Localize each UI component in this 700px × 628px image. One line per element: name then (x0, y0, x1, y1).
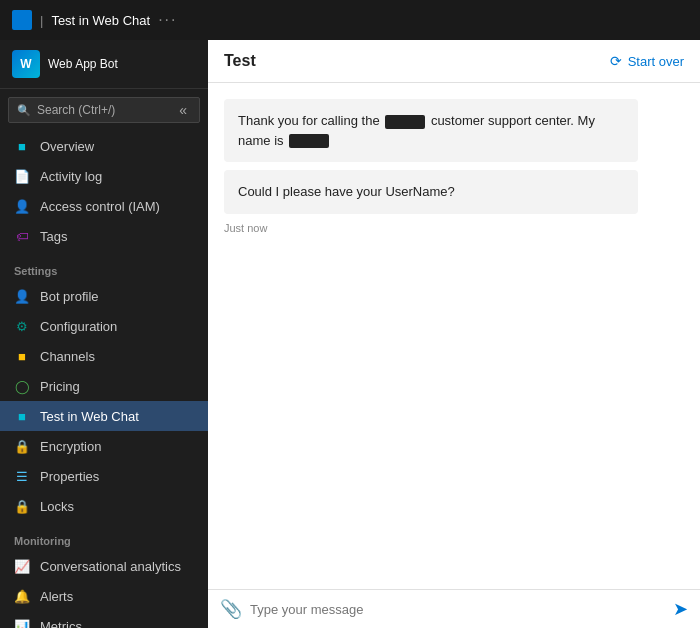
analytics-label: Conversational analytics (40, 559, 181, 574)
locks-label: Locks (40, 499, 74, 514)
properties-icon: ☰ (14, 468, 30, 484)
configuration-icon: ⚙ (14, 318, 30, 334)
chat-header: Test ⟳ Start over (208, 40, 700, 83)
encryption-label: Encryption (40, 439, 101, 454)
title-separator: | (40, 13, 43, 28)
analytics-icon: 📈 (14, 558, 30, 574)
bot-profile-icon: 👤 (14, 288, 30, 304)
sidebar-item-tags[interactable]: 🏷 Tags (0, 221, 208, 251)
start-over-button[interactable]: ⟳ Start over (610, 53, 684, 69)
sidebar-item-access-control[interactable]: 👤 Access control (IAM) (0, 191, 208, 221)
app-name-label: Web App Bot (48, 57, 118, 71)
app-window-icon (12, 10, 32, 30)
test-web-chat-label: Test in Web Chat (40, 409, 139, 424)
sidebar-item-pricing[interactable]: ◯ Pricing (0, 371, 208, 401)
locks-icon: 🔒 (14, 498, 30, 514)
message-bubble-1: Thank you for calling the customer suppo… (224, 99, 638, 162)
sidebar: W Web App Bot 🔍 Search (Ctrl+/) « ■ Over… (0, 40, 208, 628)
sidebar-item-properties[interactable]: ☰ Properties (0, 461, 208, 491)
sidebar-item-conversational-analytics[interactable]: 📈 Conversational analytics (0, 551, 208, 581)
pricing-label: Pricing (40, 379, 80, 394)
chat-messages: Thank you for calling the customer suppo… (208, 83, 700, 589)
tags-label: Tags (40, 229, 67, 244)
monitoring-section-label: Monitoring (0, 521, 208, 551)
chat-area: Test ⟳ Start over Thank you for calling … (208, 40, 700, 628)
sidebar-item-encryption[interactable]: 🔒 Encryption (0, 431, 208, 461)
sidebar-item-bot-profile[interactable]: 👤 Bot profile (0, 281, 208, 311)
access-control-label: Access control (IAM) (40, 199, 160, 214)
properties-label: Properties (40, 469, 99, 484)
channels-icon: ■ (14, 348, 30, 364)
encryption-icon: 🔒 (14, 438, 30, 454)
sidebar-item-activity-log[interactable]: 📄 Activity log (0, 161, 208, 191)
message-bubble-2: Could I please have your UserName? (224, 170, 638, 214)
attach-button[interactable]: 📎 (220, 598, 242, 620)
message-timestamp: Just now (224, 222, 684, 234)
access-control-icon: 👤 (14, 198, 30, 214)
sidebar-item-channels[interactable]: ■ Channels (0, 341, 208, 371)
settings-section-label: Settings (0, 251, 208, 281)
configuration-label: Configuration (40, 319, 117, 334)
tags-icon: 🏷 (14, 228, 30, 244)
message1-prefix: Thank you for calling the (238, 113, 380, 128)
window-title: Test in Web Chat (51, 13, 150, 28)
activity-log-label: Activity log (40, 169, 102, 184)
bot-profile-label: Bot profile (40, 289, 99, 304)
sidebar-item-configuration[interactable]: ⚙ Configuration (0, 311, 208, 341)
collapse-sidebar-button[interactable]: « (175, 102, 191, 118)
metrics-icon: 📊 (14, 618, 30, 628)
sidebar-item-test-in-web-chat[interactable]: ■ Test in Web Chat (0, 401, 208, 431)
search-input[interactable]: Search (Ctrl+/) (37, 103, 169, 117)
chat-input-area: 📎 ➤ (208, 589, 700, 628)
pricing-icon: ◯ (14, 378, 30, 394)
start-over-label: Start over (628, 54, 684, 69)
metrics-label: Metrics (40, 619, 82, 629)
app-icon: W (12, 50, 40, 78)
message2-text: Could I please have your UserName? (238, 184, 455, 199)
sidebar-item-locks[interactable]: 🔒 Locks (0, 491, 208, 521)
sidebar-item-metrics[interactable]: 📊 Metrics (0, 611, 208, 628)
channels-label: Channels (40, 349, 95, 364)
search-bar[interactable]: 🔍 Search (Ctrl+/) « (8, 97, 200, 123)
send-button[interactable]: ➤ (673, 598, 688, 620)
alerts-icon: 🔔 (14, 588, 30, 604)
sidebar-item-overview[interactable]: ■ Overview (0, 131, 208, 161)
send-icon: ➤ (673, 598, 688, 620)
refresh-icon: ⟳ (610, 53, 622, 69)
title-dots: ··· (158, 11, 177, 29)
main-layout: W Web App Bot 🔍 Search (Ctrl+/) « ■ Over… (0, 40, 700, 628)
redacted-text-2 (289, 134, 329, 148)
test-web-chat-icon: ■ (14, 408, 30, 424)
title-bar: | Test in Web Chat ··· (0, 0, 700, 40)
chat-title: Test (224, 52, 256, 70)
overview-label: Overview (40, 139, 94, 154)
app-header: W Web App Bot (0, 40, 208, 89)
paperclip-icon: 📎 (220, 598, 242, 620)
redacted-text-1 (385, 115, 425, 129)
title-bar-text: | Test in Web Chat ··· (40, 11, 178, 29)
sidebar-item-alerts[interactable]: 🔔 Alerts (0, 581, 208, 611)
overview-icon: ■ (14, 138, 30, 154)
message-input[interactable] (250, 602, 665, 617)
activity-log-icon: 📄 (14, 168, 30, 184)
search-icon: 🔍 (17, 104, 31, 117)
alerts-label: Alerts (40, 589, 73, 604)
